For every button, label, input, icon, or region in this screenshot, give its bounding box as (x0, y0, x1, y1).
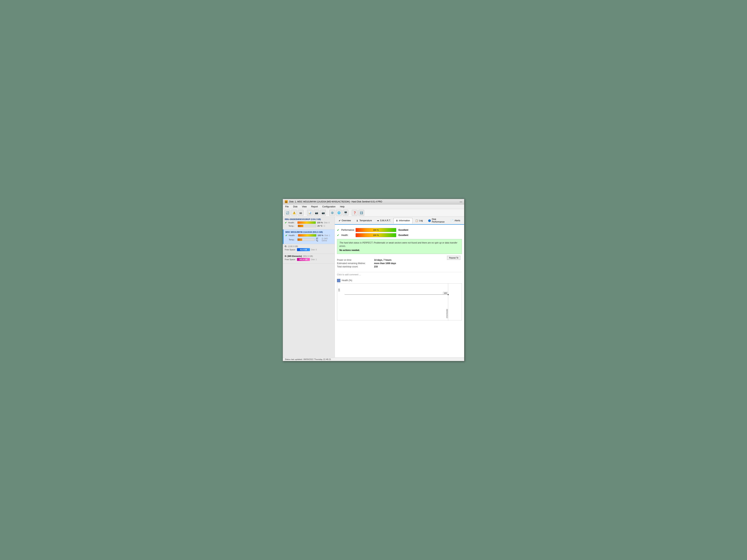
lifetime-label: Estimated remaining lifetime: (337, 262, 374, 265)
disk1-health-row: ✔ Health: 100 % Disk: 0 (285, 221, 333, 224)
disk1-health-icon: ✔ (285, 221, 287, 224)
tab-information[interactable]: ⬇ Information (393, 218, 412, 223)
chart-horizontal-line (344, 294, 449, 295)
disk1-temp-row: Temp.: 29 °C C: (285, 224, 333, 227)
drive-d-free-label: Free Space (285, 258, 296, 261)
tb-camera-btn[interactable]: 📷 (313, 210, 319, 216)
drive-c-space: Free Space 51.6 GB Disk: 0 (285, 248, 333, 251)
menu-view[interactable]: View (301, 205, 308, 208)
tab-disk-performance[interactable]: 🔵 Disk Performance (426, 217, 448, 224)
disk1-temp-label: Temp.: (288, 225, 298, 227)
comment-box[interactable]: Click to add comment ... (337, 272, 462, 277)
menu-help[interactable]: Help (339, 205, 345, 208)
tab-temp-icon: 🌡 (356, 219, 359, 222)
drive-d-disk-ref: Disk: 1 (311, 259, 317, 261)
tb-info-btn[interactable]: ℹ️ (358, 210, 364, 216)
drive-c-free-bar: 51.6 GB (297, 248, 310, 251)
drive-d-entry: D: [WD Elements] (931.5 GB) Free Space 9… (285, 255, 333, 261)
drive-d-free-val: 931.4 GB (300, 259, 308, 261)
disk1-item[interactable]: RBU-SNS8350DES3128GP (119.2 GB) ✔ Health… (283, 217, 335, 230)
start-stop-row: Total start/stop count: 233 (337, 265, 396, 268)
tab-overview-label: Overview (342, 219, 351, 222)
disk2-temp-val: 27 °C (316, 237, 321, 242)
info-row-container: Power on time: 14 days, 7 hours Estimate… (337, 256, 462, 271)
window-title: Disk: 1, WDC WD10JMVW-11AJGS4 [WD-WX81AC… (289, 201, 382, 203)
disk2-health-row: ✔ Health: 100 % Disk: 1 (285, 234, 333, 237)
health-section: Health (%) 100 (337, 279, 462, 320)
tab-smart[interactable]: ➡ S.M.A.R.T. (375, 218, 393, 223)
performance-label-container: ✔ Performance: (337, 229, 356, 232)
tab-log[interactable]: 📋 Log (413, 218, 425, 223)
drive-c-header: C: (118.5 GB) (285, 245, 333, 247)
disk1-health-label: Health: (288, 221, 298, 224)
disk1-temp-bar (298, 224, 316, 227)
right-panel: ✔ Overview 🌡 Temperature ➡ S.M.A.R.T. ⬇ … (335, 217, 464, 357)
tb-help-btn[interactable]: ❓ (352, 210, 358, 216)
tb-network-btn[interactable]: 🌐 (336, 210, 342, 216)
tab-log-icon: 📋 (415, 219, 418, 222)
tab-smart-label: S.M.A.R.T. (380, 219, 390, 222)
performance-bar-val: 100 % (373, 229, 379, 231)
menu-file[interactable]: File (284, 205, 289, 208)
menu-report[interactable]: Report (310, 205, 318, 208)
tab-temperature-label: Temperature (359, 219, 372, 222)
drive-d-section: D: [WD Elements] (931.5 GB) Free Space 9… (283, 254, 335, 264)
disk1-temp-fill (298, 225, 303, 227)
tab-information-label: Information (399, 219, 410, 222)
start-stop-value: 233 (374, 265, 378, 268)
tab-disk-performance-label: Disk Performance (432, 218, 445, 223)
toolbar: 🔄 ⚠️ 🖴 📊 📷 📷 ⚙️ 🌐 🖥️ ❓ ℹ️ (283, 209, 464, 217)
disk1-name: RBU-SNS8350DES3128GP (119.2 GB) (285, 218, 333, 220)
drive-d-space: Free Space 931.4 GB Disk: 1 (285, 258, 333, 261)
health-bar: 100 % (356, 233, 396, 237)
performance-bar-fill: 100 % (356, 228, 396, 232)
health-rating: Excellent (398, 234, 408, 237)
status-box: The hard disk status is PERFECT. Problem… (337, 239, 462, 254)
menu-disk[interactable]: Disk (292, 205, 298, 208)
status-bar: Status last updated: 08/09/2022 Thursday… (283, 357, 464, 361)
minimize-button[interactable]: — (460, 200, 462, 203)
tab-overview[interactable]: ✔ Overview (336, 218, 353, 223)
tb-camera2-btn[interactable]: 📷 (320, 210, 326, 216)
start-stop-label: Total start/stop count: (337, 265, 374, 268)
disk2-item[interactable]: WDC WD10JMVW-11AJGS4 (931.5 GB) ✔ Health… (283, 230, 335, 244)
performance-rating: Excellent (398, 229, 408, 231)
disk1-health-bar (298, 221, 316, 224)
tab-alerts[interactable]: 📄 Alerts (448, 218, 463, 223)
tb-monitor-btn[interactable]: 🖥️ (342, 210, 349, 216)
info-grid: Power on time: 14 days, 7 hours Estimate… (337, 258, 396, 269)
tb-settings-btn[interactable]: ⚙️ (329, 210, 335, 216)
no-action-text: No actions needed. (339, 248, 460, 252)
drive-c-entry: C: (118.5 GB) Free Space 51.6 GB Disk: 0 (285, 245, 333, 251)
disk2-health-icon: ✔ (285, 234, 287, 237)
tb-warn-btn[interactable]: ⚠️ (291, 210, 297, 216)
disk2-name: WDC WD10JMVW-11AJGS4 (931.5 GB) (285, 231, 333, 233)
health-bar-fill: 100 % (356, 233, 396, 237)
disk2-health-bar (298, 234, 316, 237)
power-on-value: 14 days, 7 hours (374, 259, 391, 261)
status-text: The hard disk status is PERFECT. Problem… (339, 241, 460, 248)
drive-c-letter: C: (285, 245, 287, 247)
tabs-bar: ✔ Overview 🌡 Temperature ➡ S.M.A.R.T. ⬇ … (335, 217, 464, 224)
disk1-temp-val: 29 °C (317, 225, 323, 227)
chart-dot (447, 294, 449, 295)
tab-smart-icon: ➡ (377, 219, 379, 222)
disk2-health-fill (298, 234, 316, 237)
menu-configuration[interactable]: Configuration (321, 205, 336, 208)
disk2-health-label: Health: (289, 234, 298, 237)
repeat-test-button[interactable]: Repeat Te (447, 256, 460, 260)
tab-temperature[interactable]: 🌡 Temperature (354, 218, 374, 223)
drive-c-section: C: (118.5 GB) Free Space 51.6 GB Disk: 0 (283, 244, 335, 254)
left-panel: RBU-SNS8350DES3128GP (119.2 GB) ✔ Health… (283, 217, 335, 357)
tb-refresh-btn[interactable]: 🔄 (284, 210, 290, 216)
tab-info-icon: ⬇ (396, 219, 398, 222)
tb-smart-btn[interactable]: 📊 (307, 210, 313, 216)
power-on-row: Power on time: 14 days, 7 hours (337, 259, 396, 261)
performance-check-icon: ✔ (337, 229, 339, 232)
status-bar-text: Status last updated: 08/09/2022 Thursday… (285, 358, 331, 361)
tb-disk-btn[interactable]: 🖴 (298, 210, 304, 216)
disk2-health-disk: Disk: 1 (325, 235, 330, 237)
chart-date-label: 08/09/2022 (446, 309, 448, 318)
lifetime-value: more than 1000 days (374, 262, 396, 265)
drive-d-size: (931.5 GB) (303, 255, 313, 257)
